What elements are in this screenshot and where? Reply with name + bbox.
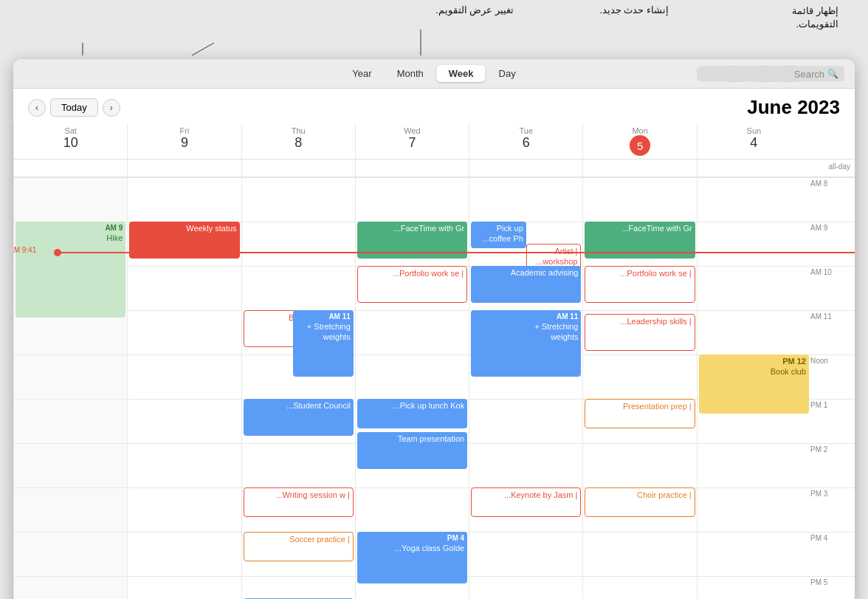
allday-sat [13,160,127,177]
event-stretching-tue[interactable]: 11 AM Stretching + weights [471,310,581,377]
allday-thu [241,160,355,177]
today-button[interactable]: Today [50,98,98,117]
event-book-club[interactable]: 12 PM Book club [699,355,809,414]
search-icon: 🔍 [827,69,838,79]
time-9am: 9 AM [810,222,855,266]
time-gutter-header [810,123,855,159]
allday-row: all-day [13,160,855,177]
day-header-thu: Thu 8 [241,123,355,159]
event-student-council-thu[interactable]: Student Council... [244,399,354,436]
event-facetime-wed[interactable]: FaceTime with Gr... [357,222,467,259]
time-10am: 10 AM [810,266,855,310]
col-sat: 9 AM Hike [13,177,127,599]
event-weekly-status-fri[interactable]: Weekly status [129,222,239,259]
annotation-new-event: إنشاء حدث جديد. [599,4,669,16]
calendar-grid: 8 AM 9 AM 10 AM 11 AM Noon 1 PM 2 PM 3 P… [13,177,855,599]
event-team-wed[interactable]: Team presentation [357,432,467,469]
time-3pm: 3 PM [810,487,855,532]
day-header-sat: Sat 10 [13,123,127,159]
event-portfolio-wed[interactable]: | Portfolio work se... [357,266,467,303]
allday-wed [355,160,469,177]
time-1pm: 1 PM [810,399,855,443]
calendar-header: June 2023 ‹ Today › [13,89,855,123]
allday-mon [582,160,696,177]
time-5pm: 5 PM [810,576,855,599]
event-lunch-wed[interactable]: Pick up lunch Kok... [357,399,467,428]
event-writing-thu[interactable]: | Writing session w... [244,487,354,517]
svg-line-1 [192,43,214,55]
time-8am: 8 AM [810,177,855,222]
event-leadership-mon[interactable]: | Leadership skills... [585,314,695,351]
event-portfolio-mon[interactable]: | Portfolio work se... [585,266,695,303]
view-week-button[interactable]: Week [437,65,486,82]
event-academic-tue[interactable]: Academic advising [471,266,581,303]
allday-tue [469,160,582,177]
month-title: June 2023 [747,96,840,119]
view-day-button[interactable]: Day [487,65,528,82]
event-choir-mon[interactable]: | Choir practice [585,487,695,517]
day-header-mon: Mon 5 [582,123,696,159]
day-header-fri: Fri 9 [127,123,241,159]
view-month-button[interactable]: Month [385,65,435,82]
time-11am: 11 AM [810,310,855,355]
annotation-change-view: تغيير عرض التقويم. [435,4,514,16]
titlebar: 📅 📋 + Day Week Month Year 🔍 Search [13,59,855,89]
prev-button[interactable]: ‹ [103,99,120,117]
event-keynote-tue[interactable]: | Keynote by Jasm... [471,487,581,517]
event-facetime-mon[interactable]: FaceTime with Gr... [585,222,695,259]
col-sun: 12 PM Book club [697,177,810,599]
time-2pm: 2 PM [810,443,855,487]
allday-label: all-day [810,160,855,177]
annotation-calendars: إظهار قائمة التقويمات. [792,4,838,31]
allday-sun [697,160,810,177]
view-switcher: Day Week Month Year [340,65,527,82]
col-tue: Pick up coffee Ph... | Artist workshop..… [469,177,582,599]
view-year-button[interactable]: Year [340,65,383,82]
day-header-sun: Sun 4 [697,123,810,159]
calendar-window: 📅 📋 + Day Week Month Year 🔍 Search June … [13,59,855,599]
time-column: 8 AM 9 AM 10 AM 11 AM Noon 1 PM 2 PM 3 P… [810,177,855,599]
search-placeholder: Search [794,68,824,79]
time-noon: Noon [810,355,855,399]
next-button[interactable]: › [28,99,46,117]
event-coffee-tue[interactable]: Pick up coffee Ph... [471,222,526,248]
col-mon: FaceTime with Gr... | Portfolio work se.… [582,177,696,599]
day-headers: Sun 4 Mon 5 Tue 6 Wed 7 Thu 8 [13,123,855,160]
search-box[interactable]: 🔍 Search [697,66,844,81]
col-wed: FaceTime with Gr... | Portfolio work se.… [355,177,469,599]
event-soccer-thu[interactable]: | Soccer practice [244,532,354,561]
allday-fri [127,160,241,177]
event-yoga-wed[interactable]: 4 PM Yoga class Golde... [357,532,467,583]
nav-controls: ‹ Today › [28,98,120,117]
day-header-tue: Tue 6 [469,123,582,159]
day-header-wed: Wed 7 [355,123,469,159]
col-thu: | Budget meeting 11 AM Stretching + weig… [241,177,355,599]
event-presentation-mon[interactable]: | Presentation prep [585,399,695,428]
calendar-body: June 2023 ‹ Today › Sun 4 Mon 5 Tue [13,89,855,599]
event-stretching-thu[interactable]: 11 AM Stretching + weights [293,310,354,377]
time-4pm: 4 PM [810,532,855,576]
event-hike-sat[interactable]: 9 AM Hike [16,222,125,318]
col-fri: Weekly status [127,177,241,599]
